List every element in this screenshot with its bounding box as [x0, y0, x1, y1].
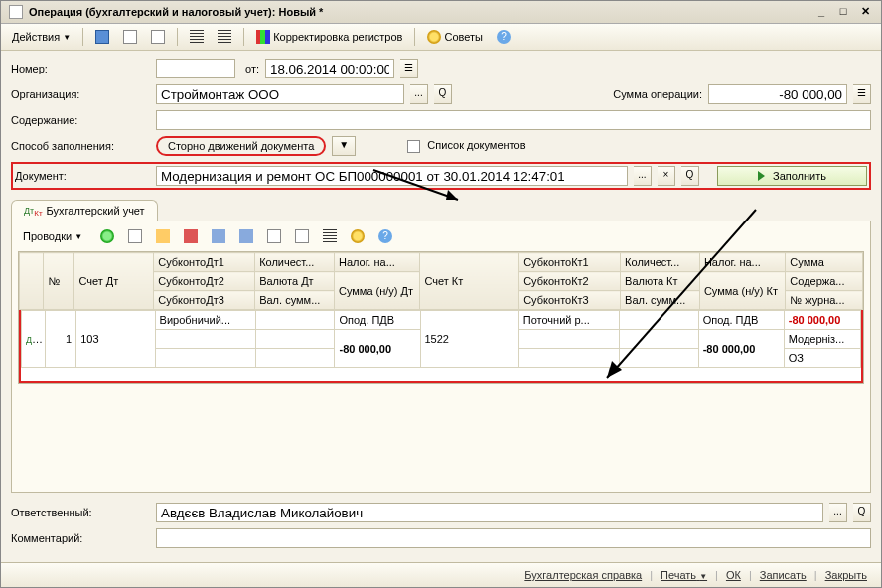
- responsible-select-button[interactable]: ...: [829, 503, 847, 522]
- add-row-button[interactable]: [95, 227, 119, 245]
- org-open-button[interactable]: Q: [434, 84, 452, 104]
- icon: [323, 229, 337, 243]
- col-num[interactable]: №: [44, 253, 74, 310]
- number-label: Номер:: [11, 63, 150, 74]
- icon: [267, 229, 281, 243]
- doc-select-button[interactable]: ...: [634, 166, 652, 186]
- col-subkt2[interactable]: СубконтоКт2: [519, 272, 621, 291]
- doc-clear-button[interactable]: ×: [658, 166, 675, 186]
- col-subdt2[interactable]: СубконтоДт2: [154, 272, 255, 291]
- close-link[interactable]: Закрыть: [821, 569, 871, 581]
- sum-input[interactable]: [708, 84, 847, 104]
- sub-btn-5[interactable]: ?: [373, 227, 397, 245]
- toolbar-btn-3[interactable]: [146, 28, 170, 46]
- doc-list-label: Список документов: [427, 139, 525, 151]
- close-button[interactable]: ✕: [857, 5, 873, 19]
- col-tax[interactable]: Налог. на...: [334, 253, 419, 272]
- toolbar-btn-2[interactable]: [118, 28, 142, 46]
- col-journal[interactable]: № журна...: [786, 291, 863, 310]
- tips-button[interactable]: Советы: [422, 28, 487, 46]
- col-subdt1[interactable]: СубконтоДт1: [154, 253, 255, 272]
- save-icon-button[interactable]: [90, 28, 114, 46]
- help-button[interactable]: ?: [492, 28, 515, 46]
- col-currdt[interactable]: Валюта Дт: [255, 272, 335, 291]
- responsible-input[interactable]: [156, 503, 823, 522]
- sub-btn-2[interactable]: [290, 227, 314, 245]
- postings-grid[interactable]: № Счет Дт СубконтоДт1 Количест... Налог.…: [18, 251, 864, 384]
- fill-button-label: Заполнить: [773, 170, 826, 182]
- bulb-icon: [427, 30, 441, 44]
- col-qty[interactable]: Количест...: [255, 253, 335, 272]
- col-tax-kt[interactable]: Налог. на...: [699, 253, 785, 272]
- doc-open-button[interactable]: Q: [681, 166, 699, 186]
- minimize-button[interactable]: _: [813, 5, 829, 19]
- print-menu[interactable]: Печать ▼: [657, 569, 711, 581]
- move-down-button[interactable]: [234, 227, 258, 245]
- arrow-down-icon: [239, 229, 253, 243]
- org-input[interactable]: [156, 84, 404, 104]
- actions-menu[interactable]: Действия ▼: [7, 29, 75, 45]
- delete-row-button[interactable]: [179, 227, 203, 245]
- col-acc-dt[interactable]: Счет Дт: [74, 253, 154, 310]
- date-picker-button[interactable]: ☰: [400, 59, 418, 78]
- pencil-icon: [156, 229, 170, 243]
- toolbar-btn-5[interactable]: [213, 28, 236, 46]
- icon: [295, 229, 309, 243]
- tab-accounting[interactable]: Бухгалтерский учет: [11, 200, 158, 220]
- list-icon: [218, 30, 231, 44]
- table-row[interactable]: 1 103 Виробничий... Опод. ПДВ 1522 Поточ…: [22, 311, 861, 330]
- col-sumnu-kt[interactable]: Сумма (н/у) Кт: [699, 272, 785, 310]
- print-label: Печать: [661, 569, 696, 581]
- arrow-up-icon: [212, 229, 225, 243]
- sum-calc-button[interactable]: ☰: [853, 84, 871, 104]
- postings-menu[interactable]: Проводки ▼: [18, 228, 87, 244]
- date-input[interactable]: [265, 59, 394, 78]
- plus-icon: [100, 229, 114, 243]
- doc-icon: [151, 30, 165, 44]
- copy-row-button[interactable]: [123, 227, 147, 245]
- registers-correction-button[interactable]: Корректировка регистров: [251, 28, 407, 46]
- comment-input[interactable]: [156, 528, 871, 548]
- dtkt-icon: [26, 335, 45, 345]
- responsible-label: Ответственный:: [11, 507, 150, 518]
- col-subkt1[interactable]: СубконтоКт1: [519, 253, 621, 272]
- content-input[interactable]: [156, 110, 871, 130]
- col-currkt[interactable]: Валюта Кт: [621, 272, 700, 291]
- fill-button[interactable]: Заполнить: [717, 166, 867, 186]
- ok-button[interactable]: ОК: [722, 569, 745, 581]
- col-qty-kt[interactable]: Количест...: [621, 253, 700, 272]
- org-select-button[interactable]: ...: [410, 84, 428, 104]
- cell-content: Модерніз...: [784, 330, 860, 349]
- toolbar-btn-4[interactable]: [185, 28, 209, 46]
- doc-input[interactable]: [156, 166, 628, 186]
- col-sum[interactable]: Сумма: [786, 253, 863, 272]
- maximize-button[interactable]: □: [835, 5, 851, 19]
- cell-tax-dt: Опод. ПДВ: [335, 311, 420, 330]
- doc-list-checkbox[interactable]: [407, 140, 420, 153]
- save-button[interactable]: Записать: [756, 569, 810, 581]
- number-input[interactable]: [156, 59, 235, 78]
- col-subkt3[interactable]: СубконтоКт3: [519, 291, 621, 310]
- col-valsum[interactable]: Вал. сумм...: [255, 291, 335, 310]
- sub-btn-1[interactable]: [262, 227, 286, 245]
- edit-row-button[interactable]: [151, 227, 175, 245]
- col-acc-kt[interactable]: Счет Кт: [420, 253, 519, 310]
- svg-marker-1: [446, 190, 458, 200]
- tab-label: Бухгалтерский учет: [47, 205, 145, 217]
- col-sumnu-dt[interactable]: Сумма (н/у) Дт: [334, 272, 419, 310]
- cell-sum: -80 000,00: [784, 311, 860, 330]
- sub-btn-3[interactable]: [318, 227, 342, 245]
- sub-btn-4[interactable]: [346, 227, 369, 245]
- col-subdt3[interactable]: СубконтоДт3: [154, 291, 255, 310]
- comment-label: Комментарий:: [11, 532, 150, 544]
- doc-label: Документ:: [15, 170, 150, 182]
- cell-journal: ОЗ: [784, 349, 860, 368]
- move-up-button[interactable]: [207, 227, 230, 245]
- col-content[interactable]: Содержа...: [786, 272, 863, 291]
- chevron-down-icon: ▼: [74, 232, 82, 241]
- postings-label: Проводки: [23, 230, 72, 242]
- col-valsum-kt[interactable]: Вал. сумм...: [621, 291, 700, 310]
- fill-method-dropdown[interactable]: ▼: [332, 136, 356, 156]
- accounting-report-link[interactable]: Бухгалтерская справка: [520, 569, 646, 581]
- responsible-open-button[interactable]: Q: [853, 503, 871, 522]
